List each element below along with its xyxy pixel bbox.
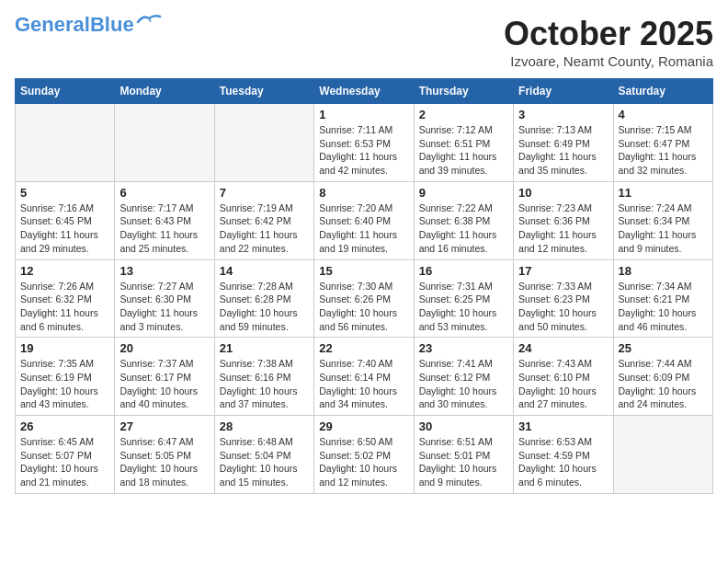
day-number: 15 [319, 264, 408, 278]
calendar-cell: 12Sunrise: 7:26 AMSunset: 6:32 PMDayligh… [16, 259, 115, 338]
day-number: 26 [20, 419, 109, 433]
calendar-cell: 4Sunrise: 7:15 AMSunset: 6:47 PMDaylight… [613, 104, 712, 182]
day-info: Sunrise: 7:31 AMSunset: 6:25 PMDaylight:… [419, 280, 508, 334]
day-number: 23 [419, 341, 508, 355]
day-info: Sunrise: 7:28 AMSunset: 6:28 PMDaylight:… [220, 280, 309, 334]
day-info: Sunrise: 6:48 AMSunset: 5:04 PMDaylight:… [220, 435, 309, 489]
location-subtitle: Izvoare, Neamt County, Romania [504, 53, 713, 69]
day-info: Sunrise: 7:41 AMSunset: 6:12 PMDaylight:… [419, 357, 508, 411]
day-info: Sunrise: 7:15 AMSunset: 6:47 PMDaylight:… [619, 123, 708, 178]
day-info: Sunrise: 7:13 AMSunset: 6:49 PMDaylight:… [518, 123, 608, 178]
day-info: Sunrise: 7:35 AMSunset: 6:19 PMDaylight:… [20, 357, 109, 411]
day-number: 13 [119, 264, 209, 278]
day-number: 27 [119, 419, 209, 433]
day-info: Sunrise: 7:30 AMSunset: 6:26 PMDaylight:… [319, 280, 408, 334]
calendar-cell: 23Sunrise: 7:41 AMSunset: 6:12 PMDayligh… [414, 338, 513, 416]
calendar-cell: 1Sunrise: 7:11 AMSunset: 6:53 PMDaylight… [314, 104, 414, 182]
calendar-cell: 6Sunrise: 7:17 AMSunset: 6:43 PMDaylight… [115, 181, 214, 259]
calendar-cell: 13Sunrise: 7:27 AMSunset: 6:30 PMDayligh… [115, 259, 214, 338]
day-number: 17 [518, 264, 608, 278]
logo: GeneralBlue [15, 15, 162, 35]
calendar-cell: 8Sunrise: 7:20 AMSunset: 6:40 PMDaylight… [314, 181, 414, 259]
title-block: October 2025 Izvoare, Neamt County, Roma… [504, 15, 713, 69]
calendar-cell [613, 416, 712, 494]
day-info: Sunrise: 7:34 AMSunset: 6:21 PMDaylight:… [619, 280, 708, 334]
day-info: Sunrise: 7:37 AMSunset: 6:17 PMDaylight:… [119, 357, 209, 411]
day-info: Sunrise: 7:12 AMSunset: 6:51 PMDaylight:… [419, 123, 508, 178]
day-info: Sunrise: 7:20 AMSunset: 6:40 PMDaylight:… [319, 201, 408, 256]
day-info: Sunrise: 7:40 AMSunset: 6:14 PMDaylight:… [319, 357, 408, 411]
calendar-cell: 25Sunrise: 7:44 AMSunset: 6:09 PMDayligh… [613, 338, 712, 416]
calendar-cell: 24Sunrise: 7:43 AMSunset: 6:10 PMDayligh… [514, 338, 613, 416]
calendar-cell: 10Sunrise: 7:23 AMSunset: 6:36 PMDayligh… [514, 181, 613, 259]
calendar-cell: 2Sunrise: 7:12 AMSunset: 6:51 PMDaylight… [414, 104, 513, 182]
weekday-header-saturday: Saturday [613, 79, 712, 104]
day-number: 20 [119, 341, 209, 355]
logo-text: GeneralBlue [15, 15, 134, 35]
day-number: 21 [220, 341, 309, 355]
page-header: GeneralBlue October 2025 Izvoare, Neamt … [15, 15, 713, 69]
logo-blue: Blue [90, 13, 134, 36]
day-number: 30 [419, 419, 508, 433]
calendar-cell: 31Sunrise: 6:53 AMSunset: 4:59 PMDayligh… [514, 416, 613, 494]
calendar-week-row: 12Sunrise: 7:26 AMSunset: 6:32 PMDayligh… [16, 259, 713, 338]
month-title: October 2025 [504, 15, 713, 53]
weekday-header-sunday: Sunday [16, 79, 115, 104]
calendar-cell: 27Sunrise: 6:47 AMSunset: 5:05 PMDayligh… [115, 416, 214, 494]
weekday-header-tuesday: Tuesday [214, 79, 313, 104]
calendar-cell: 19Sunrise: 7:35 AMSunset: 6:19 PMDayligh… [16, 338, 115, 416]
day-info: Sunrise: 7:17 AMSunset: 6:43 PMDaylight:… [119, 201, 209, 256]
day-info: Sunrise: 7:44 AMSunset: 6:09 PMDaylight:… [619, 357, 708, 411]
day-number: 24 [518, 341, 608, 355]
calendar-cell: 3Sunrise: 7:13 AMSunset: 6:49 PMDaylight… [514, 104, 613, 182]
day-number: 12 [20, 264, 109, 278]
calendar-cell [16, 104, 115, 182]
calendar-cell: 18Sunrise: 7:34 AMSunset: 6:21 PMDayligh… [613, 259, 712, 338]
calendar-cell [115, 104, 214, 182]
calendar-cell: 17Sunrise: 7:33 AMSunset: 6:23 PMDayligh… [514, 259, 613, 338]
weekday-header-monday: Monday [115, 79, 214, 104]
day-number: 16 [419, 264, 508, 278]
day-number: 28 [220, 419, 309, 433]
day-info: Sunrise: 6:45 AMSunset: 5:07 PMDaylight:… [20, 435, 109, 489]
calendar-cell: 29Sunrise: 6:50 AMSunset: 5:02 PMDayligh… [314, 416, 414, 494]
day-number: 14 [220, 264, 309, 278]
day-info: Sunrise: 6:50 AMSunset: 5:02 PMDaylight:… [319, 435, 408, 489]
calendar-cell: 5Sunrise: 7:16 AMSunset: 6:45 PMDaylight… [16, 181, 115, 259]
day-info: Sunrise: 7:11 AMSunset: 6:53 PMDaylight:… [319, 123, 408, 178]
calendar-cell: 21Sunrise: 7:38 AMSunset: 6:16 PMDayligh… [214, 338, 313, 416]
day-number: 25 [619, 341, 708, 355]
logo-general: General [15, 13, 90, 36]
day-number: 31 [518, 419, 608, 433]
day-info: Sunrise: 7:19 AMSunset: 6:42 PMDaylight:… [220, 201, 309, 256]
day-number: 6 [119, 186, 209, 200]
day-number: 2 [419, 108, 508, 121]
day-number: 9 [419, 186, 508, 200]
day-info: Sunrise: 7:16 AMSunset: 6:45 PMDaylight:… [20, 201, 109, 256]
weekday-header-friday: Friday [514, 79, 613, 104]
day-info: Sunrise: 7:24 AMSunset: 6:34 PMDaylight:… [619, 201, 708, 256]
day-number: 11 [619, 186, 708, 200]
day-info: Sunrise: 6:47 AMSunset: 5:05 PMDaylight:… [119, 435, 209, 489]
day-number: 8 [319, 186, 408, 200]
day-number: 10 [518, 186, 608, 200]
calendar-cell: 28Sunrise: 6:48 AMSunset: 5:04 PMDayligh… [214, 416, 313, 494]
day-info: Sunrise: 7:22 AMSunset: 6:38 PMDaylight:… [419, 201, 508, 256]
day-number: 4 [619, 108, 708, 121]
day-info: Sunrise: 7:26 AMSunset: 6:32 PMDaylight:… [20, 280, 109, 334]
day-info: Sunrise: 7:33 AMSunset: 6:23 PMDaylight:… [518, 280, 608, 334]
calendar-cell: 7Sunrise: 7:19 AMSunset: 6:42 PMDaylight… [214, 181, 313, 259]
day-number: 29 [319, 419, 408, 433]
weekday-header-thursday: Thursday [414, 79, 513, 104]
calendar-cell [214, 104, 313, 182]
logo-bird-icon [136, 13, 162, 29]
day-info: Sunrise: 7:43 AMSunset: 6:10 PMDaylight:… [518, 357, 608, 411]
calendar-cell: 11Sunrise: 7:24 AMSunset: 6:34 PMDayligh… [613, 181, 712, 259]
calendar-cell: 14Sunrise: 7:28 AMSunset: 6:28 PMDayligh… [214, 259, 313, 338]
day-info: Sunrise: 7:23 AMSunset: 6:36 PMDaylight:… [518, 201, 608, 256]
day-number: 1 [319, 108, 408, 121]
calendar-week-row: 1Sunrise: 7:11 AMSunset: 6:53 PMDaylight… [16, 104, 713, 182]
calendar-week-row: 26Sunrise: 6:45 AMSunset: 5:07 PMDayligh… [16, 416, 713, 494]
calendar-cell: 26Sunrise: 6:45 AMSunset: 5:07 PMDayligh… [16, 416, 115, 494]
calendar-table: SundayMondayTuesdayWednesdayThursdayFrid… [15, 78, 713, 494]
